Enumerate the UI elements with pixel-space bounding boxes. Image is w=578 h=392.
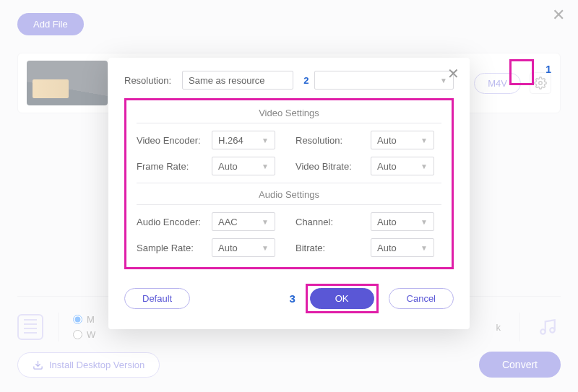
settings-dialog: ✕ Resolution: Same as resource 2 ▼ Video… [108,58,470,329]
cancel-button[interactable]: Cancel [389,288,454,309]
settings-frame: Video Settings Video Encoder: H.264▼ Res… [124,98,454,269]
annotation-label-2: 2 [303,75,309,86]
chevron-down-icon: ▼ [262,218,269,226]
sample-rate-select[interactable]: Auto▼ [212,238,275,257]
audio-encoder-select[interactable]: AAC▼ [212,212,275,231]
video-bitrate-label: Video Bitrate: [296,161,365,172]
video-resolution-select[interactable]: Auto▼ [371,131,434,149]
chevron-down-icon: ▼ [440,77,447,84]
video-encoder-select[interactable]: H.264▼ [212,131,275,149]
install-desktop-button[interactable]: Install Desktop Version [17,352,160,378]
audio-encoder-label: Audio Encoder: [137,217,206,227]
channel-select[interactable]: Auto▼ [371,212,434,231]
install-desktop-label: Install Desktop Version [49,360,144,370]
video-thumbnail [27,61,108,105]
sample-rate-label: Sample Rate: [137,243,206,253]
annotation-label-3: 3 [289,292,295,305]
format-pill[interactable]: M4V [474,73,521,94]
film-icon[interactable] [17,314,43,340]
video-encoder-label: Video Encoder: [137,135,206,146]
chevron-down-icon: ▼ [262,162,269,170]
frame-rate-select[interactable]: Auto▼ [212,157,275,175]
chevron-down-icon: ▼ [420,136,428,144]
add-file-button[interactable]: Add File [17,13,84,35]
chevron-down-icon: ▼ [262,136,269,144]
close-icon[interactable]: ✕ [447,65,460,82]
svg-point-2 [550,328,555,333]
default-button[interactable]: Default [124,288,190,309]
close-icon[interactable]: ✕ [552,6,565,25]
trailing-text: k [496,322,501,333]
resolution-label: Resolution: [124,75,176,86]
audio-bitrate-label: Bitrate: [296,243,365,253]
radio-option-2[interactable]: W [73,329,95,340]
gear-icon[interactable] [530,72,551,94]
video-resolution-label: Resolution: [296,135,365,146]
divider [58,313,59,341]
annotation-highlight-3: OK [306,284,379,313]
music-icon[interactable] [535,314,561,340]
chevron-down-icon: ▼ [420,162,428,170]
secondary-select[interactable]: ▼ [314,71,454,90]
audio-bitrate-select[interactable]: Auto▼ [371,238,434,257]
convert-button[interactable]: Convert [479,352,561,378]
chevron-down-icon: ▼ [262,244,269,252]
annotation-label-1: 1 [545,64,551,75]
svg-point-0 [539,82,543,85]
resolution-select[interactable]: Same as resource [182,71,293,90]
chevron-down-icon: ▼ [420,244,428,252]
frame-rate-label: Frame Rate: [137,161,206,172]
divider [519,313,520,341]
channel-label: Channel: [296,217,365,227]
video-bitrate-select[interactable]: Auto▼ [371,157,434,175]
chevron-down-icon: ▼ [420,218,428,226]
svg-point-1 [540,329,545,334]
audio-settings-title: Audio Settings [137,183,441,205]
radio-option-1[interactable]: M [73,314,95,325]
video-settings-title: Video Settings [137,108,441,123]
ok-button[interactable]: OK [310,288,374,309]
